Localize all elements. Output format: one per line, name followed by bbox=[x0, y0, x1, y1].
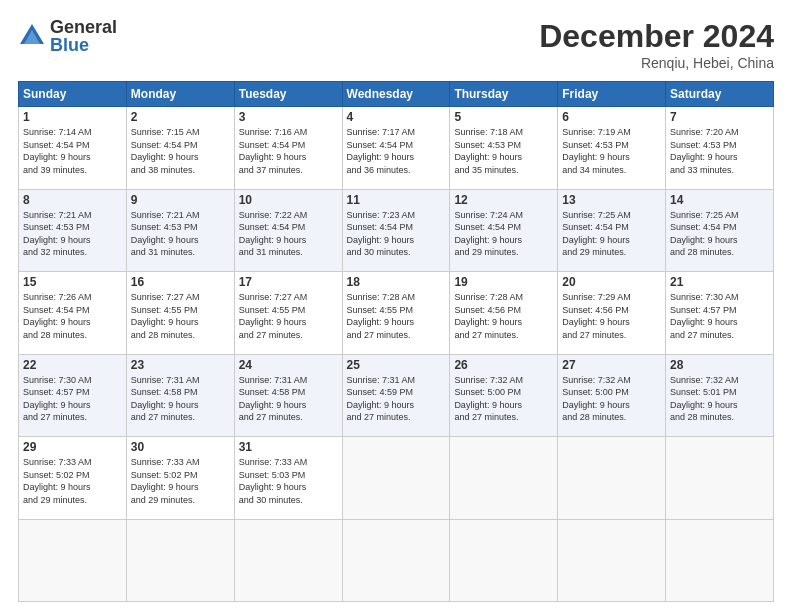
day-number: 4 bbox=[347, 110, 446, 124]
day-number: 22 bbox=[23, 358, 122, 372]
day-number: 7 bbox=[670, 110, 769, 124]
calendar-cell: 6Sunrise: 7:19 AM Sunset: 4:53 PM Daylig… bbox=[558, 107, 666, 190]
day-info: Sunrise: 7:25 AM Sunset: 4:54 PM Dayligh… bbox=[670, 209, 769, 259]
day-number: 19 bbox=[454, 275, 553, 289]
day-info: Sunrise: 7:27 AM Sunset: 4:55 PM Dayligh… bbox=[131, 291, 230, 341]
calendar-cell: 23Sunrise: 7:31 AM Sunset: 4:58 PM Dayli… bbox=[126, 354, 234, 437]
day-info: Sunrise: 7:19 AM Sunset: 4:53 PM Dayligh… bbox=[562, 126, 661, 176]
day-info: Sunrise: 7:33 AM Sunset: 5:02 PM Dayligh… bbox=[23, 456, 122, 506]
header: General Blue December 2024 Renqiu, Hebei… bbox=[18, 18, 774, 71]
day-info: Sunrise: 7:16 AM Sunset: 4:54 PM Dayligh… bbox=[239, 126, 338, 176]
calendar-cell: 17Sunrise: 7:27 AM Sunset: 4:55 PM Dayli… bbox=[234, 272, 342, 355]
day-info: Sunrise: 7:29 AM Sunset: 4:56 PM Dayligh… bbox=[562, 291, 661, 341]
day-info: Sunrise: 7:21 AM Sunset: 4:53 PM Dayligh… bbox=[131, 209, 230, 259]
calendar-cell bbox=[342, 519, 450, 602]
day-info: Sunrise: 7:14 AM Sunset: 4:54 PM Dayligh… bbox=[23, 126, 122, 176]
day-number: 20 bbox=[562, 275, 661, 289]
day-info: Sunrise: 7:25 AM Sunset: 4:54 PM Dayligh… bbox=[562, 209, 661, 259]
title-block: December 2024 Renqiu, Hebei, China bbox=[539, 18, 774, 71]
calendar-week-row: 22Sunrise: 7:30 AM Sunset: 4:57 PM Dayli… bbox=[19, 354, 774, 437]
calendar-cell: 26Sunrise: 7:32 AM Sunset: 5:00 PM Dayli… bbox=[450, 354, 558, 437]
day-number: 8 bbox=[23, 193, 122, 207]
day-number: 2 bbox=[131, 110, 230, 124]
day-info: Sunrise: 7:22 AM Sunset: 4:54 PM Dayligh… bbox=[239, 209, 338, 259]
day-info: Sunrise: 7:30 AM Sunset: 4:57 PM Dayligh… bbox=[670, 291, 769, 341]
calendar-cell: 15Sunrise: 7:26 AM Sunset: 4:54 PM Dayli… bbox=[19, 272, 127, 355]
day-info: Sunrise: 7:33 AM Sunset: 5:03 PM Dayligh… bbox=[239, 456, 338, 506]
subtitle: Renqiu, Hebei, China bbox=[539, 55, 774, 71]
day-number: 24 bbox=[239, 358, 338, 372]
calendar-cell: 10Sunrise: 7:22 AM Sunset: 4:54 PM Dayli… bbox=[234, 189, 342, 272]
calendar-cell: 27Sunrise: 7:32 AM Sunset: 5:00 PM Dayli… bbox=[558, 354, 666, 437]
calendar-week-row: 8Sunrise: 7:21 AM Sunset: 4:53 PM Daylig… bbox=[19, 189, 774, 272]
calendar-cell bbox=[19, 519, 127, 602]
calendar-cell: 2Sunrise: 7:15 AM Sunset: 4:54 PM Daylig… bbox=[126, 107, 234, 190]
calendar-cell: 1Sunrise: 7:14 AM Sunset: 4:54 PM Daylig… bbox=[19, 107, 127, 190]
col-thursday: Thursday bbox=[450, 82, 558, 107]
day-number: 28 bbox=[670, 358, 769, 372]
day-info: Sunrise: 7:27 AM Sunset: 4:55 PM Dayligh… bbox=[239, 291, 338, 341]
day-number: 15 bbox=[23, 275, 122, 289]
day-info: Sunrise: 7:23 AM Sunset: 4:54 PM Dayligh… bbox=[347, 209, 446, 259]
day-number: 6 bbox=[562, 110, 661, 124]
col-saturday: Saturday bbox=[666, 82, 774, 107]
day-number: 17 bbox=[239, 275, 338, 289]
calendar-cell bbox=[126, 519, 234, 602]
day-number: 12 bbox=[454, 193, 553, 207]
day-number: 11 bbox=[347, 193, 446, 207]
day-info: Sunrise: 7:21 AM Sunset: 4:53 PM Dayligh… bbox=[23, 209, 122, 259]
calendar-cell: 16Sunrise: 7:27 AM Sunset: 4:55 PM Dayli… bbox=[126, 272, 234, 355]
logo: General Blue bbox=[18, 18, 117, 54]
day-number: 10 bbox=[239, 193, 338, 207]
day-number: 31 bbox=[239, 440, 338, 454]
col-sunday: Sunday bbox=[19, 82, 127, 107]
calendar-cell: 12Sunrise: 7:24 AM Sunset: 4:54 PM Dayli… bbox=[450, 189, 558, 272]
day-info: Sunrise: 7:28 AM Sunset: 4:55 PM Dayligh… bbox=[347, 291, 446, 341]
calendar-cell: 4Sunrise: 7:17 AM Sunset: 4:54 PM Daylig… bbox=[342, 107, 450, 190]
col-monday: Monday bbox=[126, 82, 234, 107]
calendar-week-row: 1Sunrise: 7:14 AM Sunset: 4:54 PM Daylig… bbox=[19, 107, 774, 190]
calendar-cell bbox=[450, 519, 558, 602]
calendar-header-row: Sunday Monday Tuesday Wednesday Thursday… bbox=[19, 82, 774, 107]
day-info: Sunrise: 7:31 AM Sunset: 4:58 PM Dayligh… bbox=[131, 374, 230, 424]
calendar-cell: 24Sunrise: 7:31 AM Sunset: 4:58 PM Dayli… bbox=[234, 354, 342, 437]
day-number: 25 bbox=[347, 358, 446, 372]
day-number: 9 bbox=[131, 193, 230, 207]
calendar-table: Sunday Monday Tuesday Wednesday Thursday… bbox=[18, 81, 774, 602]
calendar-cell: 28Sunrise: 7:32 AM Sunset: 5:01 PM Dayli… bbox=[666, 354, 774, 437]
calendar-cell: 3Sunrise: 7:16 AM Sunset: 4:54 PM Daylig… bbox=[234, 107, 342, 190]
day-info: Sunrise: 7:32 AM Sunset: 5:00 PM Dayligh… bbox=[454, 374, 553, 424]
day-number: 1 bbox=[23, 110, 122, 124]
day-number: 30 bbox=[131, 440, 230, 454]
calendar-cell bbox=[450, 437, 558, 520]
month-title: December 2024 bbox=[539, 18, 774, 55]
calendar-week-row: 15Sunrise: 7:26 AM Sunset: 4:54 PM Dayli… bbox=[19, 272, 774, 355]
day-info: Sunrise: 7:33 AM Sunset: 5:02 PM Dayligh… bbox=[131, 456, 230, 506]
page: General Blue December 2024 Renqiu, Hebei… bbox=[0, 0, 792, 612]
col-tuesday: Tuesday bbox=[234, 82, 342, 107]
day-number: 14 bbox=[670, 193, 769, 207]
logo-text: General Blue bbox=[50, 18, 117, 54]
calendar-cell: 25Sunrise: 7:31 AM Sunset: 4:59 PM Dayli… bbox=[342, 354, 450, 437]
day-number: 26 bbox=[454, 358, 553, 372]
day-number: 16 bbox=[131, 275, 230, 289]
day-info: Sunrise: 7:31 AM Sunset: 4:58 PM Dayligh… bbox=[239, 374, 338, 424]
day-info: Sunrise: 7:26 AM Sunset: 4:54 PM Dayligh… bbox=[23, 291, 122, 341]
calendar-cell: 11Sunrise: 7:23 AM Sunset: 4:54 PM Dayli… bbox=[342, 189, 450, 272]
day-number: 27 bbox=[562, 358, 661, 372]
calendar-cell bbox=[342, 437, 450, 520]
day-number: 23 bbox=[131, 358, 230, 372]
col-wednesday: Wednesday bbox=[342, 82, 450, 107]
calendar-cell: 30Sunrise: 7:33 AM Sunset: 5:02 PM Dayli… bbox=[126, 437, 234, 520]
day-info: Sunrise: 7:31 AM Sunset: 4:59 PM Dayligh… bbox=[347, 374, 446, 424]
day-number: 3 bbox=[239, 110, 338, 124]
logo-general: General bbox=[50, 18, 117, 36]
day-info: Sunrise: 7:32 AM Sunset: 5:01 PM Dayligh… bbox=[670, 374, 769, 424]
day-info: Sunrise: 7:18 AM Sunset: 4:53 PM Dayligh… bbox=[454, 126, 553, 176]
calendar-cell: 14Sunrise: 7:25 AM Sunset: 4:54 PM Dayli… bbox=[666, 189, 774, 272]
day-info: Sunrise: 7:32 AM Sunset: 5:00 PM Dayligh… bbox=[562, 374, 661, 424]
calendar-cell: 18Sunrise: 7:28 AM Sunset: 4:55 PM Dayli… bbox=[342, 272, 450, 355]
day-info: Sunrise: 7:17 AM Sunset: 4:54 PM Dayligh… bbox=[347, 126, 446, 176]
day-info: Sunrise: 7:20 AM Sunset: 4:53 PM Dayligh… bbox=[670, 126, 769, 176]
calendar-cell: 29Sunrise: 7:33 AM Sunset: 5:02 PM Dayli… bbox=[19, 437, 127, 520]
